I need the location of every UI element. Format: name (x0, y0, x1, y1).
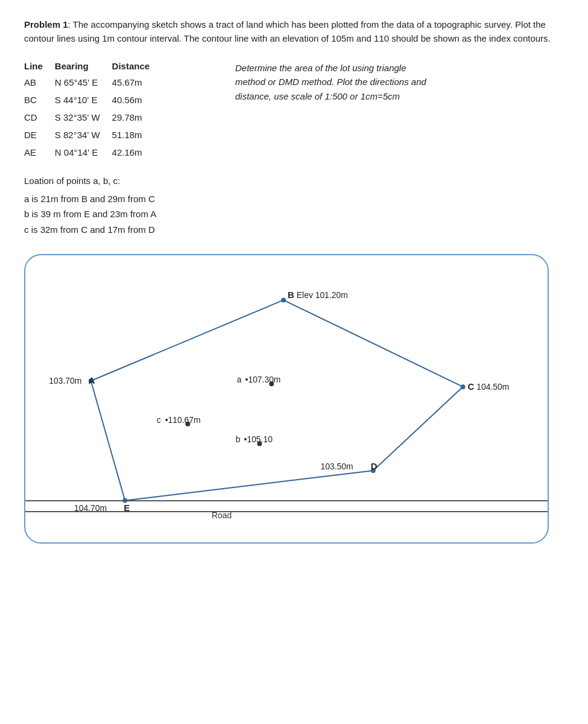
location-item: a is 21m from B and 29m from C (24, 191, 564, 207)
label-E-elev: 104.70m (74, 503, 107, 513)
diagram-svg: 103.70m A B Elev 101.20m C 104.50m 103.5… (25, 255, 548, 542)
point-C-dot (461, 384, 466, 389)
problem-title: Problem 1 (24, 19, 68, 30)
label-b: b (236, 434, 241, 444)
label-c: c (157, 415, 161, 425)
table-cell-bearing: N 65°45' E (55, 74, 112, 91)
label-A-letter: A (89, 376, 95, 386)
table-cell-bearing: S 44°10' E (55, 91, 112, 109)
col-line: Line (24, 59, 55, 74)
label-E-letter: E (124, 503, 130, 513)
table-row: CDS 32°35' W29.78m (24, 109, 162, 126)
location-section: Loation of points a, b, c: a is 21m from… (24, 173, 564, 237)
problem-description: : The accompanying sketch shows a tract … (24, 19, 551, 43)
label-C-elev: 104.50m (476, 382, 509, 392)
label-b-elev: •105.10 (244, 434, 273, 444)
table-cell-distance: 51.18m (112, 126, 162, 144)
survey-table: Line Bearing Distance ABN 65°45' E45.67m… (24, 59, 217, 161)
label-D-letter: D (371, 462, 378, 471)
table-cell-line: BC (24, 91, 55, 109)
location-item: c is 32m from C and 17m from D (24, 222, 564, 238)
label-c-elev: •110.67m (165, 415, 201, 425)
problem-statement: Problem 1: The accompanying sketch shows… (24, 18, 564, 45)
road-label: Road (212, 510, 232, 520)
label-D-elev: 103.50m (321, 462, 353, 471)
table-cell-line: AE (24, 144, 55, 161)
table-cell-line: CD (24, 109, 55, 126)
label-C-letter: C (467, 382, 474, 392)
col-bearing: Bearing (55, 59, 112, 74)
col-distance: Distance (112, 59, 162, 74)
label-B-letter: B (288, 290, 294, 300)
polygon-abcde (91, 300, 463, 500)
location-items: a is 21m from B and 29m from Cb is 39 m … (24, 191, 564, 238)
point-B-dot (281, 297, 286, 302)
table-cell-bearing: S 82°34' W (55, 126, 112, 144)
table-row: AEN 04°14' E42.16m (24, 144, 162, 161)
side-note: Determine the area of the lot using tria… (235, 59, 428, 161)
diagram-container: 103.70m A B Elev 101.20m C 104.50m 103.5… (24, 254, 549, 544)
table-cell-line: DE (24, 126, 55, 144)
label-B-elev: Elev 101.20m (297, 290, 348, 300)
point-E-dot (122, 498, 127, 503)
location-title: Loation of points a, b, c: (24, 173, 564, 189)
table-cell-distance: 40.56m (112, 91, 162, 109)
table-cell-bearing: S 32°35' W (55, 109, 112, 126)
label-a-elev: •107.30m (245, 375, 281, 384)
table-cell-distance: 42.16m (112, 144, 162, 161)
label-a: a (237, 375, 242, 384)
table-cell-distance: 29.78m (112, 109, 162, 126)
table-row: BCS 44°10' E40.56m (24, 91, 162, 109)
location-item: b is 39 m from E and 23m from A (24, 206, 564, 222)
table-cell-line: AB (24, 74, 55, 91)
table-row: ABN 65°45' E45.67m (24, 74, 162, 91)
table-cell-distance: 45.67m (112, 74, 162, 91)
table-row: DES 82°34' W51.18m (24, 126, 162, 144)
label-A: 103.70m (49, 376, 81, 386)
table-cell-bearing: N 04°14' E (55, 144, 112, 161)
